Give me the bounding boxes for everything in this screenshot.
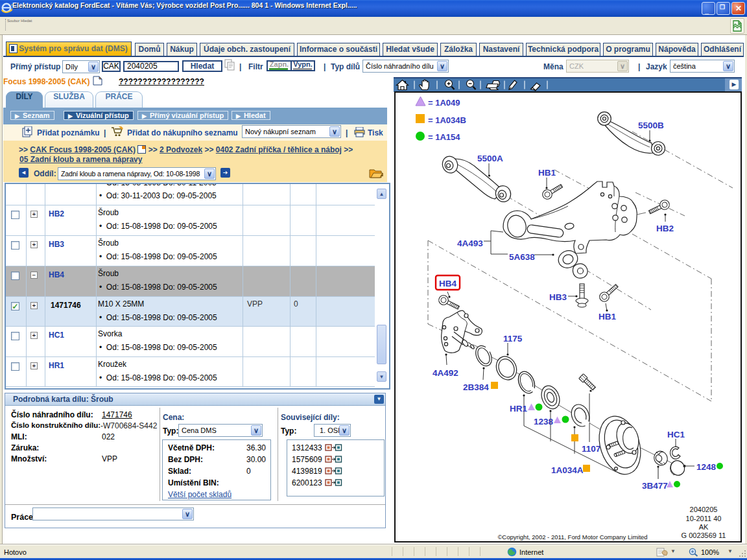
svg-text:HB2: HB2 [656,224,674,233]
svg-text:4A493: 4A493 [457,239,483,248]
svg-text:HR1: HR1 [510,404,527,414]
svg-text:4A492: 4A492 [433,368,458,378]
svg-text:1175: 1175 [503,334,523,344]
svg-text:= 1A049: = 1A049 [428,98,460,108]
svg-text:2B384: 2B384 [463,382,489,392]
svg-text:= 1A154: = 1A154 [428,132,460,142]
svg-text:HB1: HB1 [538,168,556,178]
svg-text:1107: 1107 [582,444,600,454]
svg-text:©Copyright, 2002 - 2011, Ford: ©Copyright, 2002 - 2011, Ford Motor Comp… [497,533,647,541]
svg-text:HB3: HB3 [549,292,567,302]
svg-text:1248: 1248 [696,462,717,472]
svg-text:3B477: 3B477 [642,481,668,491]
svg-text:1238: 1238 [534,417,554,426]
svg-text:1A034A: 1A034A [551,465,584,475]
svg-text:10-2011 40: 10-2011 40 [686,515,722,522]
svg-text:2040205: 2040205 [690,506,718,513]
svg-text:5500B: 5500B [638,121,664,130]
svg-text:G 0023569 11: G 0023569 11 [682,531,726,539]
svg-text:5500A: 5500A [477,154,503,163]
svg-text:HB4: HB4 [439,279,456,288]
svg-text:HB1: HB1 [599,312,616,321]
svg-text:5A638: 5A638 [509,252,535,262]
svg-text:HC1: HC1 [667,430,685,439]
svg-text:AK: AK [699,523,709,531]
svg-text:= 1A034B: = 1A034B [428,115,466,125]
